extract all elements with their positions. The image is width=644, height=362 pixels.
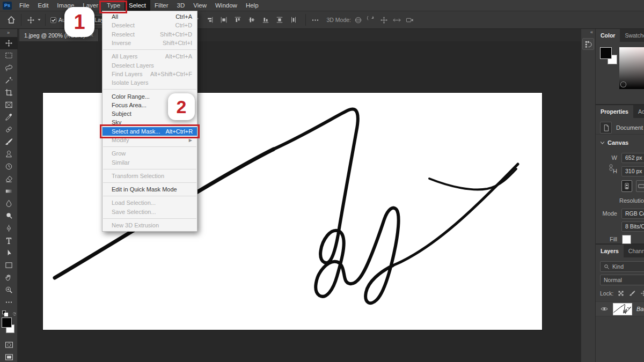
3d-mode-label: 3D Mode: (326, 17, 351, 23)
align-top-icon[interactable] (232, 16, 243, 24)
chevron-down-icon[interactable] (600, 141, 605, 145)
menu-separator (103, 182, 196, 183)
brush-tool[interactable] (0, 136, 18, 148)
lock-move-icon[interactable] (640, 290, 644, 297)
chevron-down-icon[interactable] (37, 18, 41, 22)
toolbar-expand-icon[interactable]: » (0, 29, 17, 37)
hand-tool[interactable] (0, 271, 18, 284)
foreground-color-swatch[interactable] (2, 317, 12, 328)
menu-view[interactable]: View (189, 0, 211, 11)
eyedropper-tool[interactable] (0, 111, 18, 123)
3d-mode-icons-group (354, 16, 414, 24)
menu-edit[interactable]: Edit (34, 0, 53, 11)
pen-tool[interactable] (0, 222, 18, 234)
marquee-tool[interactable] (0, 49, 18, 62)
more-options-icon[interactable] (310, 16, 321, 24)
lock-icons-group (618, 290, 644, 297)
menu-file[interactable]: File (15, 0, 34, 11)
menu-item-edit-in-quick-mask-mode[interactable]: Edit in Quick Mask Mode (103, 185, 197, 194)
auto-select-checkbox[interactable] (50, 17, 56, 23)
menu-3d[interactable]: 3D (173, 0, 189, 11)
layer-thumbnail[interactable] (613, 303, 632, 315)
color-mode-dropdown[interactable]: RGB Color (621, 209, 644, 219)
move-tool[interactable] (0, 37, 18, 49)
menu-item-inverse: InverseShift+Ctrl+I (103, 39, 197, 47)
swap-colors-icon[interactable] (12, 309, 18, 319)
dodge-tool[interactable] (0, 210, 18, 222)
menu-item-load-selection: Load Selection... (103, 198, 197, 207)
color-tab-color[interactable]: Color (596, 29, 620, 42)
align-right-icon[interactable] (204, 16, 215, 24)
rotate-3d-icon[interactable] (354, 16, 362, 24)
foreground-color-swatch[interactable] (600, 47, 612, 59)
layer-row-background[interactable]: Background (596, 301, 644, 316)
photoshop-window: Ps FileEditImageLayerTypeSelectFilter3DV… (0, 0, 644, 362)
quick-mask-button[interactable] (0, 338, 18, 351)
menu-item-save-selection: Save Selection... (103, 208, 197, 216)
layers-tab-channels[interactable]: Channels (624, 245, 644, 257)
properties-tab-properties[interactable]: Properties (596, 105, 633, 118)
properties-tab-adjustments[interactable]: Adjustments (633, 105, 644, 118)
menu-filter[interactable]: Filter (150, 0, 173, 11)
menu-window[interactable]: Window (211, 0, 241, 11)
lock-checkerboard-icon[interactable] (618, 290, 624, 297)
gradient-tool[interactable] (0, 185, 18, 197)
step1-highlight-box (99, 1, 127, 13)
crop-tool[interactable] (0, 86, 18, 99)
color-tab-swatches[interactable]: Swatches (620, 29, 644, 42)
portrait-orientation-button[interactable] (621, 180, 632, 192)
history-brush-tool[interactable] (0, 160, 18, 173)
step2-highlight-box (100, 124, 200, 138)
history-panel-icon[interactable] (582, 38, 594, 50)
menu-select[interactable]: Select (125, 0, 150, 11)
menu-item-isolate-layers: Isolate Layers (103, 78, 197, 87)
canvas-width-field[interactable]: 652 px (621, 153, 644, 163)
landscape-orientation-button[interactable] (636, 180, 644, 192)
bit-depth-dropdown[interactable]: 8 Bits/Channel (621, 221, 644, 232)
clone-stamp-tool[interactable] (0, 148, 18, 160)
align-middle-icon[interactable] (246, 16, 257, 24)
distribute-v-icon[interactable] (274, 16, 285, 24)
menu-bar: Ps FileEditImageLayerTypeSelectFilter3DV… (0, 0, 644, 11)
color-picker-cursor[interactable] (621, 82, 626, 87)
panel-dock-strip: « (581, 29, 596, 362)
lasso-tool[interactable] (0, 62, 18, 74)
camera-3d-icon[interactable] (406, 16, 414, 24)
menu-help[interactable]: Help (241, 0, 263, 11)
zoom-tool[interactable] (0, 284, 18, 296)
healing-brush-tool[interactable] (0, 123, 18, 136)
menu-item-all[interactable]: AllCtrl+A (103, 12, 197, 21)
layer-visibility-eye-icon[interactable] (601, 305, 608, 313)
type-tool[interactable] (0, 234, 18, 247)
canvas-height-field[interactable]: 310 px (621, 166, 644, 176)
move-tool-options-icon[interactable] (25, 16, 36, 24)
blur-tool[interactable] (0, 197, 18, 210)
fill-color-swatch[interactable] (622, 235, 631, 244)
screen-mode-button[interactable] (0, 351, 18, 362)
document-icon (600, 122, 612, 134)
align-bottom-icon[interactable] (260, 16, 271, 24)
quick-select-tool[interactable] (0, 74, 18, 86)
lock-label: Lock: (600, 290, 613, 297)
home-icon[interactable] (5, 16, 17, 24)
rectangle-tool[interactable] (0, 259, 18, 271)
drag-3d-icon[interactable] (380, 16, 388, 24)
roll-3d-icon[interactable] (367, 16, 375, 24)
frame-tool[interactable] (0, 99, 18, 111)
path-select-tool[interactable] (0, 247, 18, 259)
more-dots-tool[interactable] (0, 296, 18, 308)
eraser-tool[interactable] (0, 173, 18, 185)
menu-item-reselect: ReselectShift+Ctrl+D (103, 30, 197, 39)
canvas-section-label: Canvas (608, 139, 628, 146)
layers-tab-layers[interactable]: Layers (596, 245, 624, 257)
menu-separator (103, 196, 196, 196)
collapse-panels-icon[interactable]: « (581, 29, 595, 36)
photoshop-logo-icon[interactable]: Ps (3, 2, 12, 10)
lock-brush-icon[interactable] (629, 290, 635, 297)
distribute-gaps-icon[interactable] (288, 16, 299, 24)
blend-mode-dropdown[interactable]: Normal (600, 275, 644, 285)
color-picker-field[interactable] (619, 47, 644, 89)
layer-filter-dropdown[interactable]: Kind (600, 261, 644, 272)
slide-3d-icon[interactable] (393, 16, 401, 24)
distribute-h-icon[interactable] (218, 16, 229, 24)
